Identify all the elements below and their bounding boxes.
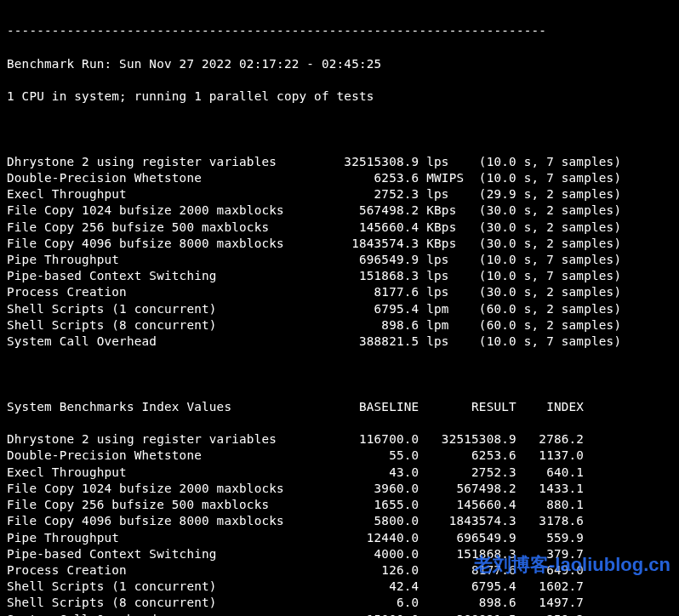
tests-block: Dhrystone 2 using register variables 325… [7,154,672,350]
index-row: System Call Overhead 15000.0 388821.5 25… [7,612,672,616]
test-row: System Call Overhead 388821.5 lps (10.0 … [7,334,672,350]
test-row: Execl Throughput 2752.3 lps (29.9 s, 2 s… [7,186,672,202]
blank-line [7,121,672,137]
index-row: Shell Scripts (1 concurrent) 42.4 6795.4… [7,579,672,595]
index-row: Dhrystone 2 using register variables 116… [7,431,672,448]
index-row: Process Creation 126.0 8177.6 649.0 [7,562,672,579]
test-row: File Copy 1024 bufsize 2000 maxblocks 56… [7,202,672,219]
test-row: Shell Scripts (8 concurrent) 898.6 lpm (… [7,317,672,334]
index-header-row: System Benchmarks Index Values BASELINE … [7,399,672,415]
benchmark-run-line: Benchmark Run: Sun Nov 27 2022 02:17:22 … [7,56,672,72]
test-row: Double-Precision Whetstone 6253.6 MWIPS … [7,170,672,186]
index-row: Pipe-based Context Switching 4000.0 1518… [7,546,672,562]
index-row: Shell Scripts (8 concurrent) 6.0 898.6 1… [7,595,672,611]
index-block: Dhrystone 2 using register variables 116… [7,431,672,616]
separator-line: ----------------------------------------… [7,23,672,39]
terminal-output: ----------------------------------------… [0,0,679,616]
test-row: Shell Scripts (1 concurrent) 6795.4 lpm … [7,301,672,317]
index-row: Execl Throughput 43.0 2752.3 640.1 [7,465,672,481]
blank-line [7,366,672,382]
index-row: File Copy 4096 bufsize 8000 maxblocks 58… [7,513,672,529]
index-row: Double-Precision Whetstone 55.0 6253.6 1… [7,448,672,464]
test-row: File Copy 256 bufsize 500 maxblocks 1456… [7,220,672,236]
index-row: File Copy 256 bufsize 500 maxblocks 1655… [7,497,672,513]
test-row: Pipe Throughput 696549.9 lps (10.0 s, 7 … [7,252,672,268]
index-row: File Copy 1024 bufsize 2000 maxblocks 39… [7,481,672,497]
test-row: File Copy 4096 bufsize 8000 maxblocks 18… [7,236,672,252]
test-row: Pipe-based Context Switching 151868.3 lp… [7,268,672,284]
index-row: Pipe Throughput 12440.0 696549.9 559.9 [7,530,672,546]
test-row: Dhrystone 2 using register variables 325… [7,154,672,170]
cpu-info-line: 1 CPU in system; running 1 parallel copy… [7,88,672,105]
test-row: Process Creation 8177.6 lps (30.0 s, 2 s… [7,284,672,300]
